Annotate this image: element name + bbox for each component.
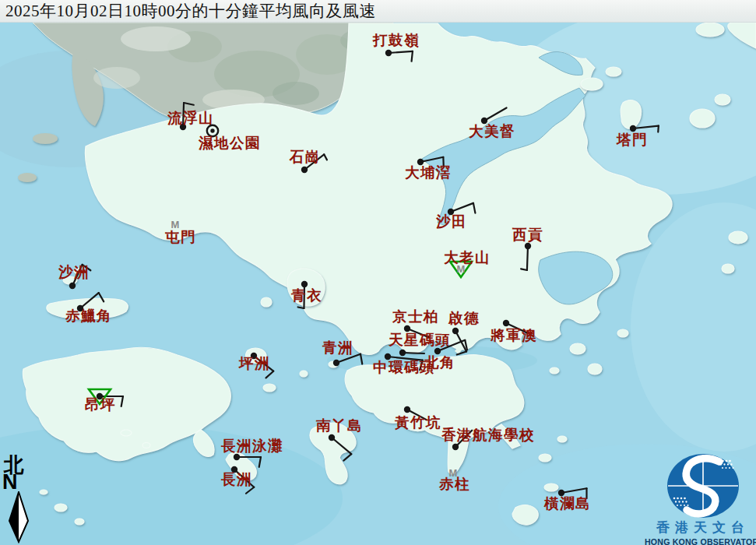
- wind-barb-feather: [298, 307, 304, 308]
- station-label: 昂坪: [85, 397, 116, 413]
- wind-barb-shaft: [527, 246, 528, 270]
- station-label: 石崗: [289, 149, 321, 165]
- wind-map: 打鼓嶺流浮山濕地公園石崗大美督塔門大埔滘沙田西貢M大老山M屯門沙洲赤鱲角青衣京士…: [0, 0, 756, 545]
- land-ma-wan: [261, 297, 272, 307]
- station-label: 香港航海學校: [441, 427, 535, 443]
- station-label: 橫瀾島: [543, 496, 591, 512]
- north-arrow-icon: [8, 491, 31, 543]
- station-dot: [301, 281, 308, 287]
- station-label: 天星碼頭: [388, 332, 451, 348]
- station-label: 長洲: [220, 472, 252, 487]
- station-dot: [399, 350, 406, 356]
- station-dot: [404, 325, 410, 332]
- station-dot: [301, 167, 308, 173]
- station-dot: [329, 434, 335, 441]
- station-label: 沙田: [435, 213, 467, 230]
- station-label: 大埔滘: [405, 164, 452, 181]
- station-label: 濕地公園: [198, 135, 261, 151]
- observatory-emblem-icon: [645, 452, 756, 520]
- observatory-name-zh: 香港天文台: [645, 519, 756, 536]
- station-dot: [333, 360, 339, 366]
- title-bar: 2025年10月02日10時00分的十分鐘平均風向及風速: [0, 0, 756, 23]
- station-dot: [503, 320, 509, 326]
- station-label: 塔門: [616, 132, 648, 148]
- station-label: 流浮山: [167, 110, 214, 126]
- land-waglan: [544, 483, 558, 491]
- station-dot: [417, 159, 424, 165]
- station-label: 西貢: [512, 227, 543, 243]
- station-dot: [525, 243, 531, 249]
- station-dot: [452, 444, 459, 450]
- station-label: 南丫島: [315, 418, 363, 434]
- station-label: 屯門: [165, 230, 196, 245]
- station-dot: [385, 353, 391, 360]
- station-label: 將軍澳: [490, 328, 537, 343]
- station-label: 中環碼頭: [373, 360, 435, 375]
- station-dot: [234, 454, 240, 460]
- station-dot: [434, 348, 441, 354]
- missing-data-mark: M: [171, 219, 180, 230]
- station-label: 黃竹坑: [395, 415, 441, 431]
- station-label: 青洲: [322, 340, 353, 356]
- station-dot: [210, 128, 214, 132]
- wind-barb-shaft: [403, 353, 424, 353]
- station-dot: [558, 490, 564, 496]
- wind-barb-feather: [658, 126, 659, 132]
- station-dot: [385, 50, 392, 56]
- station-dot: [69, 283, 76, 289]
- observatory-name-en: HONG KONG OBSERVATORY: [645, 537, 756, 545]
- map-title: 2025年10月02日10時00分的十分鐘平均風向及風速: [5, 0, 376, 22]
- station-dot: [481, 118, 487, 124]
- station-label: 赤柱: [438, 476, 470, 492]
- observatory-logo: 香港天文台 HONG KONG OBSERVATORY: [645, 452, 756, 545]
- station-label: 啟德: [448, 311, 480, 326]
- station-label: 大美督: [469, 123, 515, 139]
- wind-barb-feather: [412, 51, 413, 62]
- hong-kong-map: 打鼓嶺流浮山濕地公園石崗大美督塔門大埔滘沙田西貢M大老山M屯門沙洲赤鱲角青衣京士…: [0, 0, 756, 545]
- station-label: 大老山: [444, 250, 491, 265]
- station-label: 坪洲: [238, 356, 270, 371]
- station-dot: [404, 406, 410, 413]
- station-dot: [452, 328, 459, 334]
- station-label: 青衣: [290, 287, 322, 304]
- station-label: 京士柏: [392, 309, 439, 325]
- station-label: 打鼓嶺: [372, 33, 420, 48]
- station-dot: [630, 125, 636, 132]
- station-label: 長洲泳灘: [220, 438, 283, 454]
- north-compass: 北 N: [2, 455, 40, 543]
- station-label: 赤鱲角: [65, 308, 112, 324]
- station-label: 沙洲: [58, 264, 90, 280]
